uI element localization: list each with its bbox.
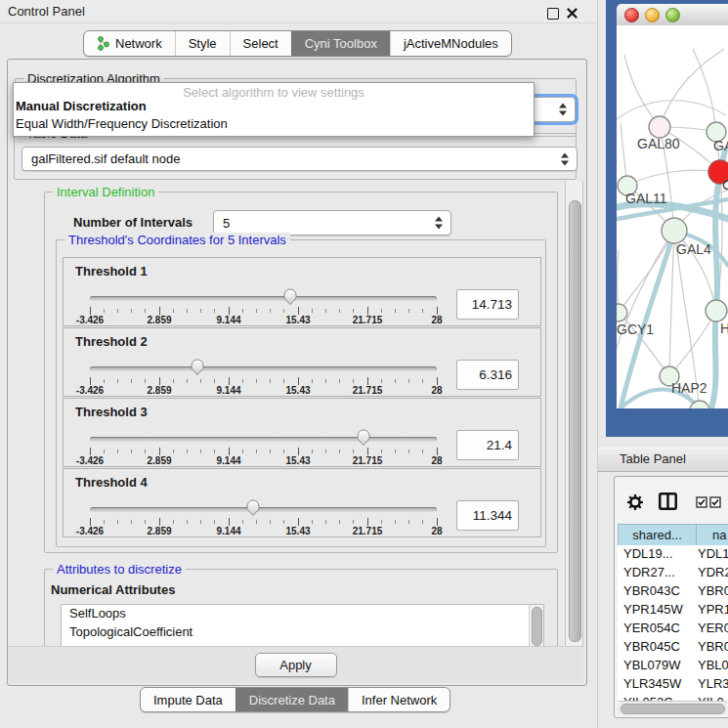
threshold-value-field[interactable]: 6.316 [456, 360, 519, 390]
table-cell: YBR043C [623, 583, 680, 598]
table-horizontal-scrollbar[interactable] [619, 701, 727, 714]
column-header-name[interactable]: na [696, 524, 728, 546]
mac-zoom-button[interactable] [665, 8, 680, 22]
slider-track[interactable] [90, 507, 437, 512]
slider-thumb[interactable] [245, 498, 261, 517]
attributes-list-scrollbar-thumb[interactable] [532, 607, 542, 646]
tab-infer-network[interactable]: Infer Network [348, 688, 450, 711]
threshold-value-field[interactable]: 14.713 [456, 289, 519, 320]
tick-mark [256, 450, 257, 453]
tick-label: 2.859 [147, 315, 171, 325]
table-row[interactable]: YDR27...YDR2 [618, 564, 728, 582]
slider-track[interactable] [90, 296, 437, 301]
tick-mark [187, 309, 188, 313]
node-h[interactable] [706, 300, 727, 321]
mac-minimize-button[interactable] [645, 8, 660, 22]
threshold-box-3: Threshold 3-3.4262.8599.14415.4321.71528… [63, 398, 541, 467]
network-view-canvas[interactable]: GAL80 GA C GAL11 GAL4 GCY1 H HAP2 [617, 25, 728, 408]
tick-mark [339, 379, 340, 383]
node-label-gal11: GAL11 [625, 191, 667, 206]
tick-mark [145, 379, 146, 383]
slider-thumb[interactable] [356, 428, 371, 447]
float-window-icon[interactable] [547, 8, 559, 20]
gear-icon[interactable] [626, 493, 644, 511]
tick-mark [214, 520, 215, 524]
tick-label: 15.43 [285, 455, 310, 466]
tab-select[interactable]: Select [230, 31, 291, 56]
node-gal4[interactable] [662, 218, 687, 243]
tab-style[interactable]: Style [175, 31, 230, 56]
tick-mark [242, 309, 243, 313]
tick-label: 15.43 [285, 526, 310, 536]
tab-jactivemnodules[interactable]: jActiveMNodules [390, 31, 511, 56]
tick-mark [173, 379, 174, 383]
tab-discretize-data[interactable]: Discretize Data [236, 688, 348, 711]
tick-mark [214, 379, 215, 383]
tick-label: -3.426 [76, 385, 104, 396]
checkbox-icon[interactable] [696, 496, 707, 508]
combo-arrows-icon [559, 104, 567, 116]
tick-mark [159, 518, 160, 526]
control-panel-titlebar [0, 0, 597, 23]
table-row[interactable]: YIL052CYIL0 [618, 694, 728, 701]
table-row[interactable]: YDL19...YDL1 [618, 545, 728, 564]
settings-scrollbar-thumb[interactable] [569, 200, 581, 642]
column-header-shared-name[interactable]: shared... [618, 524, 697, 546]
table-row[interactable]: YLR345WYLR3 [618, 675, 728, 694]
threshold-value-field[interactable]: 21.4 [456, 430, 519, 460]
slider-track[interactable] [90, 366, 437, 371]
threshold-box-4: Threshold 4-3.4262.8599.14415.4321.71528… [63, 468, 541, 537]
tab-label: Select [243, 36, 278, 51]
settings-scrollbar[interactable] [565, 181, 583, 655]
table-row[interactable]: YBL079WYBL0 [618, 657, 728, 675]
slider-thumb[interactable] [282, 287, 298, 306]
algorithm-option-manual-discretization[interactable]: Manual Discretization [16, 99, 147, 113]
tick-mark [229, 518, 230, 526]
tick-mark [187, 379, 188, 383]
attr-list-item[interactable]: SelfLoops [62, 605, 543, 623]
table-row[interactable]: YBR045CYBR0 [618, 638, 728, 657]
tick-label: 9.144 [216, 526, 240, 536]
tick-label: 15.43 [285, 315, 310, 325]
node-gal80[interactable] [649, 116, 670, 138]
slider-track[interactable] [90, 437, 437, 442]
threshold-value-field[interactable]: 11.344 [456, 500, 519, 531]
tick-mark [117, 450, 118, 453]
table-data-combo[interactable]: galFiltered.sif default node [21, 147, 578, 171]
checkbox-icon[interactable] [709, 496, 721, 508]
algorithm-option-equal-width-frequency-discretization[interactable]: Equal Width/Frequency Discretization [16, 116, 228, 131]
attr-list-item[interactable]: TopologicalCoefficient [62, 623, 543, 642]
table-row[interactable]: YPR145WYPR1 [618, 601, 728, 620]
tab-impute-data[interactable]: Impute Data [141, 688, 236, 711]
apply-button[interactable]: Apply [255, 653, 337, 677]
tick-label: -3.426 [76, 315, 104, 325]
tick-mark [283, 379, 284, 383]
tick-mark [437, 377, 438, 385]
mac-close-button[interactable] [624, 8, 639, 22]
table-horizontal-scrollbar-thumb[interactable] [621, 704, 725, 714]
close-icon[interactable] [567, 8, 578, 19]
node-table[interactable]: YDL19...YDL1YDR27...YDR2YBR043CYBR0YPR14… [618, 545, 728, 701]
split-panel-icon[interactable] [659, 492, 677, 510]
tick-mark [90, 518, 91, 526]
table-row[interactable]: YER054CYER0 [618, 620, 728, 638]
tab-label: Network [115, 36, 162, 51]
tab-cyni-toolbox[interactable]: Cyni Toolbox [291, 31, 390, 56]
tab-network[interactable]: Network [84, 31, 175, 56]
tick-mark [298, 307, 299, 315]
threshold-label: Threshold 3 [75, 405, 148, 419]
bottom-tab-bar: Impute DataDiscretize DataInfer Network [140, 687, 450, 712]
tick-mark [298, 518, 299, 526]
network-window-titlebar[interactable] [617, 4, 728, 26]
slider-thumb[interactable] [190, 358, 205, 376]
tick-mark [242, 520, 243, 524]
tick-mark [131, 450, 132, 453]
tab-label: Impute Data [153, 693, 223, 707]
tick-mark [353, 450, 354, 453]
node-gcy1[interactable] [617, 304, 627, 321]
number-of-intervals-label: Number of Intervals [73, 215, 193, 230]
node-label-hap2: HAP2 [671, 380, 707, 396]
node-label-ga-partial: GA [713, 138, 728, 153]
table-row[interactable]: YBR043CYBR0 [618, 582, 728, 601]
tick-mark [381, 309, 382, 313]
